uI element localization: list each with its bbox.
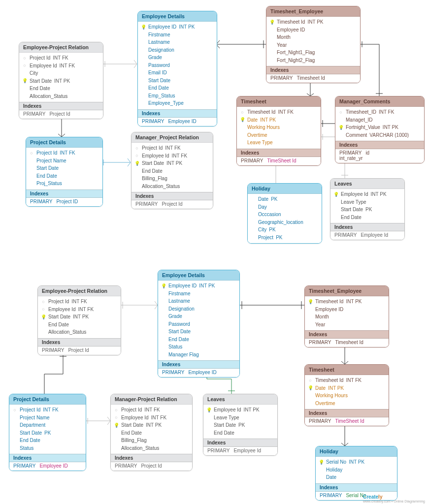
entity-lv1[interactable]: Leaves💡Employee IdINT PKLeave TypeStart … [330,178,405,240]
field-name: Employee Id [48,306,76,313]
field-row: Fort_Night1_Flag [269,49,357,57]
field-name: Employee_Type [148,100,184,107]
field-row: Leave Type [333,198,401,206]
field-row: Password [161,320,236,328]
field-name: City [30,70,38,77]
field-type: INT FK [346,377,361,384]
field-type: INT PK [260,117,276,124]
index-name: PRIMARY [320,493,342,498]
field-row: End Date [12,437,83,444]
field-type: INT FK [379,109,394,116]
index-name: PRIMARY [241,158,263,163]
entity-tse1[interactable]: Timesheet_Employee💡Timesheet IdINT PKEmp… [266,6,361,83]
entity-mc1[interactable]: Manager_Comments○Timesheet_IDINT FKManag… [335,96,425,163]
field-name: Start Date [214,422,236,429]
field-row: Status [12,444,83,452]
entity-hol1[interactable]: HolidayDatePKDayOcccasionGeographic_loca… [247,183,322,244]
field-row: Year [269,41,357,49]
field-row: 💡Start DateINT PK [41,313,118,321]
index-name: PRIMARY [13,463,35,469]
field-name: End Date [30,85,50,92]
field-row: End Date [41,321,118,329]
field-name: Status [20,445,33,452]
key-icon: 💡 [269,19,274,25]
field-name: Date [315,385,326,392]
field-type: INT PK [54,78,70,85]
field-row: 💡Start DateINT PK [134,159,210,167]
field-row: Firstname [141,31,214,39]
ring-icon: ○ [240,109,245,115]
brand-text-a: Create [363,494,378,500]
entity-emp1[interactable]: Employee Details💡Employee IDINT PKFirstn… [137,11,217,126]
entity-body: 💡Serial NoINT PKHolidayDate [316,457,397,483]
field-name: Project [258,234,273,241]
field-name: Employee Id [341,191,368,198]
field-name: Project Id [48,298,69,305]
ring-icon: ○ [41,299,46,305]
field-row: 💡Start DateINT PK [22,77,100,85]
entity-lv2[interactable]: Leaves💡Employee IdINT PKLeave TypeStart … [203,394,278,456]
indexes-body: PRIMARYTimeSheet Id [237,157,321,165]
field-row: ○Project IdINT FK [134,144,210,152]
entity-mpr2[interactable]: Manager-Project Relation○Project IdINT F… [110,394,193,471]
entity-ts1[interactable]: Timesheet○Timesheet IdINT FK💡DateINT PKW… [236,96,321,166]
field-row: Billing_Flag [134,175,210,183]
entity-title: Employee-Project Relation [38,286,121,296]
field-row: Day [251,203,319,211]
field-name: Allocation_Status [48,329,86,336]
field-name: Timesheet_ID [346,109,376,116]
entity-body: DatePKDayOcccasionGeographic_locationCit… [248,194,322,243]
entity-body: ○Timesheet IdINT FK💡DateINT PKWorking Ho… [305,375,389,409]
field-name: Start Date [48,314,70,320]
entity-hol2[interactable]: Holiday💡Serial NoINT PKHolidayDateIndexe… [315,446,397,501]
field-type: INT FK [151,414,166,421]
index-name: PRIMARY [162,370,184,375]
field-name: Emp_Status [148,93,175,99]
field-row: 💡Employee IDINT PK [161,282,236,290]
entity-tse2[interactable]: Timesheet_Employee💡Timesheet IdINT PKEmp… [304,285,389,347]
indexes-header: Indexes [316,483,397,492]
field-name: Leave Type [247,139,273,146]
entity-title: Manager_Comments [335,96,424,107]
field-name: Project Name [20,414,50,421]
field-name: Date [247,117,258,124]
field-row: Allocation_Status [22,93,100,100]
field-name: Email ID [148,69,167,76]
index-name: PRIMARY [207,448,230,453]
index-row: PRIMARYEmployee ID [162,370,235,375]
indexes-header: Indexes [158,360,239,369]
entity-epr2[interactable]: Employee-Project Relation○Project IdINT … [37,285,121,355]
field-name: Project Name [36,158,66,164]
entity-ts2[interactable]: Timesheet○Timesheet IdINT FK💡DateINT PKW… [304,364,389,426]
field-type: INT FK [165,145,180,152]
field-name: Allocation_Status [121,445,159,452]
key-icon: 💡 [134,160,139,166]
entity-emp2[interactable]: Employee Details💡Employee IDINT PKFirstn… [158,270,240,378]
key-icon: 💡 [22,78,27,84]
field-name: Employee Id [214,407,241,413]
entity-pd2[interactable]: Project Details○Project IdINT FKProject … [9,394,86,471]
entity-title: Employee Details [138,11,217,22]
field-row: Month [308,313,386,321]
field-name: Start Date [36,165,59,172]
index-name: PRIMARY [339,150,362,156]
entity-mpr1[interactable]: Manager_Project Relation○Project IdINT F… [131,132,213,209]
indexes-header: Indexes [266,66,360,74]
field-name: Grade [148,54,162,61]
field-type: INT PK [244,407,260,413]
index-col: Timesheet Id [335,340,363,345]
field-name: Manager Flag [168,351,199,358]
field-row: End Date [22,85,100,93]
entity-pd1[interactable]: Project Details○Project IdINT FKProject … [26,137,103,207]
field-row: Employee_Type [141,99,214,107]
field-row: Proj_Status [29,180,99,188]
entity-title: Timesheet [237,96,321,107]
index-row: PRIMARYTimeSheet Id [309,418,385,424]
field-type: PK [238,422,245,429]
entity-epr1[interactable]: Employee-Project Relation○Project IdINT … [19,42,103,119]
index-col: Employee ID [39,463,67,469]
field-name: End Date [121,430,142,437]
field-row: Firstname [161,290,236,298]
field-row: 💡DateINT PK [240,116,318,124]
field-name: Grade [168,313,182,320]
